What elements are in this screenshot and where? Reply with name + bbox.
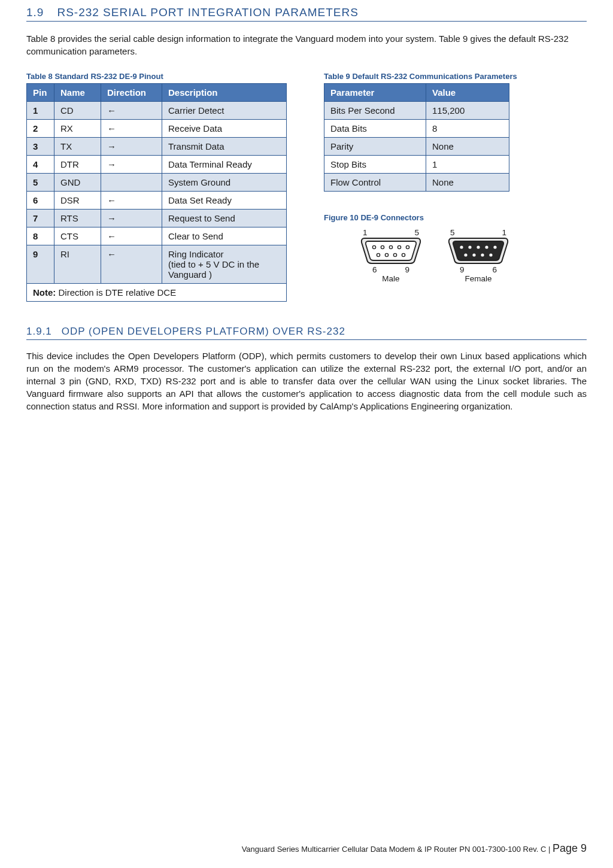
table8-header-pin: Pin xyxy=(27,84,54,102)
table-row: 8CTS←Clear to Send xyxy=(27,227,287,245)
intro-paragraph: Table 8 provides the serial cable design… xyxy=(26,32,587,57)
table-cell: Bits Per Second xyxy=(324,102,426,120)
footer-sep: | xyxy=(546,845,553,854)
table-note: Note: Direction is DTE relative DCE xyxy=(27,284,287,302)
pin-label: 5 xyxy=(414,228,419,237)
body-paragraph: This device includes the Open Developers… xyxy=(26,350,587,412)
section-heading: 1.9RS-232 SERIAL PORT INTEGRATION PARAME… xyxy=(26,6,587,22)
table-row: 9RI←Ring Indicator (tied to + 5 V DC in … xyxy=(27,245,287,284)
table-row: 7RTS→Request to Send xyxy=(27,210,287,227)
table-cell: 3 xyxy=(27,138,54,156)
svg-point-10 xyxy=(468,245,471,248)
table-cell: Data Set Ready xyxy=(162,192,287,210)
table-cell: Transmit Data xyxy=(162,138,287,156)
table-cell: ← xyxy=(101,192,162,210)
table-cell: 4 xyxy=(27,156,54,174)
table-cell: ← xyxy=(101,227,162,245)
table-cell: → xyxy=(101,210,162,227)
pin-label: 9 xyxy=(405,265,409,274)
svg-point-13 xyxy=(493,245,496,248)
male-connector: 15 69 Male xyxy=(360,228,422,283)
table-cell: → xyxy=(101,156,162,174)
de9-female-icon xyxy=(447,237,509,265)
subsection-title: ODP (OPEN DEVELOPERS PLATFORM) OVER RS-2… xyxy=(62,326,345,337)
svg-point-16 xyxy=(481,253,484,256)
section-title: RS-232 SERIAL PORT INTEGRATION PARAMETER… xyxy=(57,6,358,19)
section-number: 1.9 xyxy=(26,6,44,19)
svg-point-14 xyxy=(464,253,467,256)
right-column: Table 9 Default RS-232 Communications Pa… xyxy=(324,72,517,283)
table-cell: Request to Send xyxy=(162,210,287,227)
table-cell: Flow Control xyxy=(324,174,426,192)
table-cell: RTS xyxy=(54,210,101,227)
page-number: Page 9 xyxy=(553,842,587,854)
table-row: Flow ControlNone xyxy=(324,174,509,192)
table-row: 4DTR→Data Terminal Ready xyxy=(27,156,287,174)
table-cell: 7 xyxy=(27,210,54,227)
pin-label: 1 xyxy=(502,228,506,237)
table-cell: 115,200 xyxy=(426,102,509,120)
table-cell: 2 xyxy=(27,120,54,138)
table8: Pin Name Direction Description 1CD←Carri… xyxy=(26,83,287,302)
page-footer: Vanguard Series Multicarrier Cellular Da… xyxy=(242,842,587,855)
table8-caption: Table 8 Standard RS-232 DE-9 Pinout xyxy=(26,72,287,81)
table-cell: Ring Indicator (tied to + 5 V DC in the … xyxy=(162,245,287,284)
svg-point-11 xyxy=(477,245,480,248)
table-cell: RI xyxy=(54,245,101,284)
table-cell: Clear to Send xyxy=(162,227,287,245)
table-cell: Carrier Detect xyxy=(162,102,287,120)
pin-label: 1 xyxy=(363,228,368,237)
connector-label: Male xyxy=(382,274,399,283)
table-cell: System Ground xyxy=(162,174,287,192)
table-cell: Data Bits xyxy=(324,120,426,138)
table-cell: ← xyxy=(101,245,162,284)
table-cell: DSR xyxy=(54,192,101,210)
table9: Parameter Value Bits Per Second115,200Da… xyxy=(324,83,509,192)
table8-header-name: Name xyxy=(54,84,101,102)
pin-label: 9 xyxy=(460,265,465,274)
table9-header-value: Value xyxy=(426,84,509,102)
table-row: 2RX←Receive Data xyxy=(27,120,287,138)
figure-block: Figure 10 DE-9 Connectors 15 xyxy=(324,213,517,283)
table9-caption: Table 9 Default RS-232 Communications Pa… xyxy=(324,72,517,81)
table-cell: CD xyxy=(54,102,101,120)
table8-header-direction: Direction xyxy=(101,84,162,102)
table-cell: 5 xyxy=(27,174,54,192)
table-cell: 1 xyxy=(426,156,509,174)
table-cell: Data Terminal Ready xyxy=(162,156,287,174)
table-row: ParityNone xyxy=(324,138,509,156)
svg-point-12 xyxy=(485,245,488,248)
table-cell: CTS xyxy=(54,227,101,245)
table-cell: GND xyxy=(54,174,101,192)
table-row: 1CD←Carrier Detect xyxy=(27,102,287,120)
footer-text: Vanguard Series Multicarrier Cellular Da… xyxy=(242,845,547,854)
table-cell: Receive Data xyxy=(162,120,287,138)
table-cell: Parity xyxy=(324,138,426,156)
table-cell: None xyxy=(426,174,509,192)
table-cell: DTR xyxy=(54,156,101,174)
table-cell: ← xyxy=(101,120,162,138)
subsection-number: 1.9.1 xyxy=(26,326,52,337)
table-row: 5GNDSystem Ground xyxy=(27,174,287,192)
table-cell xyxy=(101,174,162,192)
female-connector: 51 96 Female xyxy=(447,228,509,283)
table-cell: → xyxy=(101,138,162,156)
table-row: Stop Bits1 xyxy=(324,156,509,174)
table-cell: 6 xyxy=(27,192,54,210)
table-cell: 1 xyxy=(27,102,54,120)
table-row: Bits Per Second115,200 xyxy=(324,102,509,120)
svg-point-17 xyxy=(489,253,492,256)
de9-male-icon xyxy=(360,237,422,265)
pin-label: 6 xyxy=(492,265,497,274)
svg-point-15 xyxy=(472,253,475,256)
subsection-heading: 1.9.1ODP (OPEN DEVELOPERS PLATFORM) OVER… xyxy=(26,326,587,340)
table8-header-description: Description xyxy=(162,84,287,102)
table-row: 3TX→Transmit Data xyxy=(27,138,287,156)
table9-header-parameter: Parameter xyxy=(324,84,426,102)
table-cell: TX xyxy=(54,138,101,156)
table-row: Data Bits8 xyxy=(324,120,509,138)
table-note-row: Note: Direction is DTE relative DCE xyxy=(27,284,287,302)
table-cell: RX xyxy=(54,120,101,138)
table-cell: ← xyxy=(101,102,162,120)
pin-label: 5 xyxy=(450,228,455,237)
